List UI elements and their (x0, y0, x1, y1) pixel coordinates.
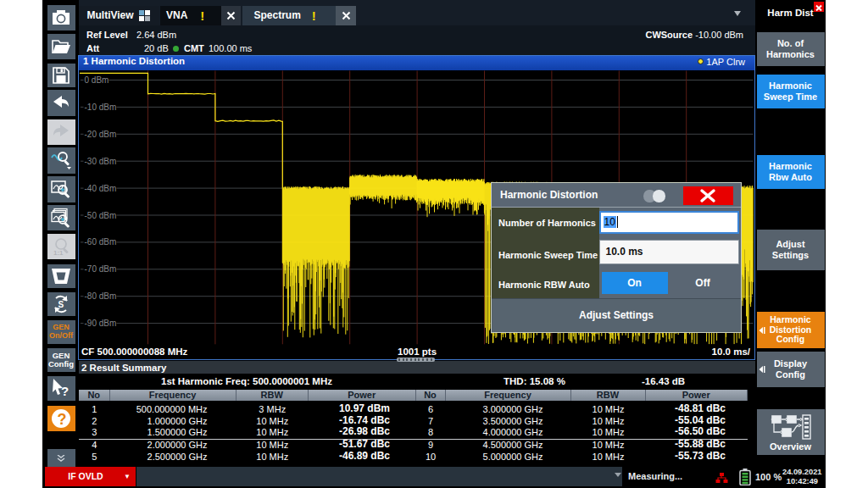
svg-text:0 dBm: 0 dBm (85, 75, 109, 85)
svg-text:-50 dBm: -50 dBm (85, 210, 117, 219)
svg-text:-90 dBm: -90 dBm (85, 319, 117, 328)
svg-text:-80 dBm: -80 dBm (85, 291, 117, 301)
svg-text:-20 dBm: -20 dBm (85, 129, 117, 138)
svg-text:-70 dBm: -70 dBm (85, 264, 117, 274)
svg-text:?: ? (58, 411, 67, 428)
svg-text:-30 dBm: -30 dBm (85, 156, 117, 165)
svg-text:1:1: 1:1 (53, 248, 64, 256)
svg-text:-40 dBm: -40 dBm (85, 183, 117, 192)
svg-text:?: ? (61, 384, 69, 398)
svg-text:-60 dBm: -60 dBm (85, 237, 117, 247)
svg-text:S: S (58, 300, 64, 309)
svg-text:-10 dBm: -10 dBm (85, 102, 117, 111)
